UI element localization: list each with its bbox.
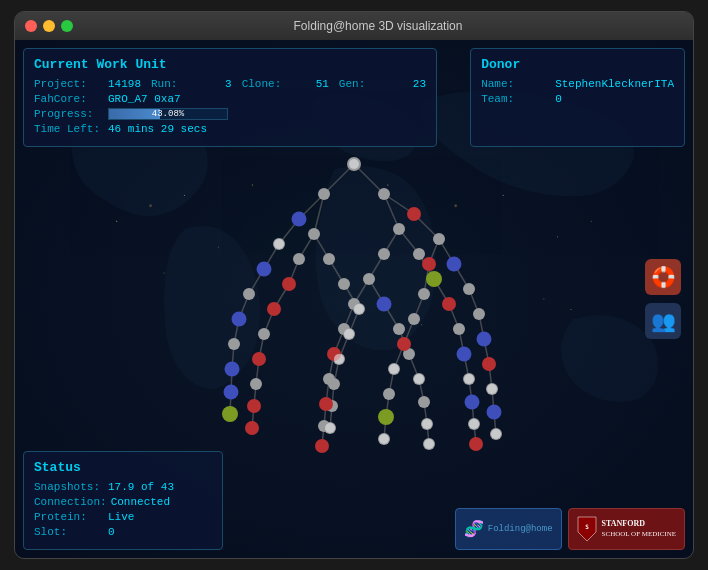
slot-label: Slot: (34, 526, 104, 538)
svg-point-173 (349, 159, 359, 169)
svg-point-171 (222, 406, 238, 422)
protein-row: Protein: Live (34, 511, 212, 523)
minimize-button[interactable] (43, 20, 55, 32)
main-content: Current Work Unit Project: 14198 Run: 3 … (15, 40, 693, 558)
svg-point-187 (469, 419, 479, 429)
project-label: Project: (34, 78, 104, 90)
svg-point-113 (228, 338, 240, 350)
svg-point-151 (457, 347, 472, 362)
progress-text: 43.08% (109, 109, 227, 119)
progress-bar: 43.08% (108, 108, 228, 120)
svg-point-93 (418, 288, 430, 300)
svg-point-170 (426, 271, 442, 287)
svg-point-186 (422, 419, 432, 429)
fahcore-row: FahCore: GRO_A7 0xa7 (34, 93, 426, 105)
clone-value: 51 (316, 78, 329, 90)
lifebuoy-button[interactable]: 🛟 (645, 259, 681, 295)
svg-point-158 (282, 277, 296, 291)
protein-value: Live (108, 511, 134, 523)
svg-point-122 (328, 378, 340, 390)
svg-point-166 (247, 399, 261, 413)
svg-point-154 (224, 385, 239, 400)
folding-at-home-logo[interactable]: 🧬 Folding@home (455, 508, 562, 550)
donor-team-label: Team: (481, 93, 551, 105)
svg-point-157 (422, 257, 436, 271)
bottom-logos: 🧬 Folding@home S STANFORD SCHOOL OF MEDI… (455, 508, 685, 550)
svg-point-185 (487, 384, 497, 394)
svg-point-103 (393, 323, 405, 335)
stanford-text: STANFORD SCHOOL OF MEDICINE (602, 519, 676, 538)
svg-point-90 (338, 278, 350, 290)
svg-point-178 (325, 423, 335, 433)
protein-label: Protein: (34, 511, 104, 523)
project-row: Project: 14198 Run: 3 Clone: 51 Gen: 23 (34, 78, 426, 90)
status-title: Status (34, 460, 212, 475)
fahcore-value: GRO_A7 0xa7 (108, 93, 181, 105)
progress-label: Progress: (34, 108, 104, 120)
timeleft-label: Time Left: (34, 123, 104, 135)
svg-point-104 (453, 323, 465, 335)
close-button[interactable] (25, 20, 37, 32)
team-icon: 👥 (651, 309, 676, 333)
stanford-school: SCHOOL OF MEDICINE (602, 530, 676, 539)
connection-row: Connection: Connected (34, 496, 212, 508)
svg-point-125 (383, 388, 395, 400)
svg-point-127 (418, 396, 430, 408)
svg-point-76 (393, 223, 405, 235)
svg-point-161 (397, 337, 411, 351)
svg-point-84 (293, 253, 305, 265)
maximize-button[interactable] (61, 20, 73, 32)
svg-point-146 (447, 257, 462, 272)
work-unit-panel: Current Work Unit Project: 14198 Run: 3 … (23, 48, 437, 147)
right-icons-panel: 🛟 👥 (645, 259, 681, 339)
svg-point-180 (424, 439, 434, 449)
svg-point-87 (363, 273, 375, 285)
donor-name-row: Name: StephenKlecknerITA (481, 78, 674, 90)
svg-point-172 (378, 409, 394, 425)
svg-point-179 (379, 434, 389, 444)
svg-point-73 (378, 188, 390, 200)
svg-point-78 (308, 228, 320, 240)
run-value: 3 (225, 78, 232, 90)
timeleft-row: Time Left: 46 mins 29 secs (34, 123, 426, 135)
svg-point-181 (491, 429, 501, 439)
donor-name-label: Name: (481, 78, 551, 90)
svg-point-177 (334, 354, 344, 364)
snapshots-row: Snapshots: 17.9 of 43 (34, 481, 212, 493)
fahcore-label: FahCore: (34, 93, 104, 105)
stanford-logo[interactable]: S STANFORD SCHOOL OF MEDICINE (568, 508, 685, 550)
donor-panel: Donor Name: StephenKlecknerITA Team: 0 (470, 48, 685, 147)
svg-point-153 (465, 395, 480, 410)
connection-label: Connection: (34, 496, 107, 508)
timeleft-value: 46 mins 29 secs (108, 123, 207, 135)
svg-point-163 (482, 357, 496, 371)
work-unit-title: Current Work Unit (34, 57, 426, 72)
slot-row: Slot: 0 (34, 526, 212, 538)
svg-point-147 (257, 262, 272, 277)
donor-name-value: StephenKlecknerITA (555, 78, 674, 90)
fah-protein-icon: 🧬 (464, 519, 484, 539)
svg-point-123 (250, 378, 262, 390)
donor-team-value: 0 (555, 93, 562, 105)
team-button[interactable]: 👥 (645, 303, 681, 339)
donor-title: Donor (481, 57, 674, 72)
svg-point-174 (274, 239, 284, 249)
top-panels: Current Work Unit Project: 14198 Run: 3 … (15, 40, 693, 155)
stanford-shield-icon: S (577, 516, 597, 542)
svg-point-97 (243, 288, 255, 300)
fah-label: Folding@home (488, 524, 553, 535)
svg-point-148 (377, 297, 392, 312)
clone-label: Clone: (242, 78, 312, 90)
svg-point-100 (473, 308, 485, 320)
svg-point-79 (433, 233, 445, 245)
progress-row: Progress: 43.08% (34, 108, 426, 120)
snapshots-label: Snapshots: (34, 481, 104, 493)
stanford-name: STANFORD (602, 519, 676, 529)
svg-text:S: S (585, 523, 589, 530)
titlebar: Folding@home 3D visualization (15, 12, 693, 40)
svg-point-83 (323, 253, 335, 265)
svg-point-176 (344, 329, 354, 339)
svg-point-168 (315, 439, 329, 453)
svg-point-156 (407, 207, 421, 221)
svg-point-169 (469, 437, 483, 451)
